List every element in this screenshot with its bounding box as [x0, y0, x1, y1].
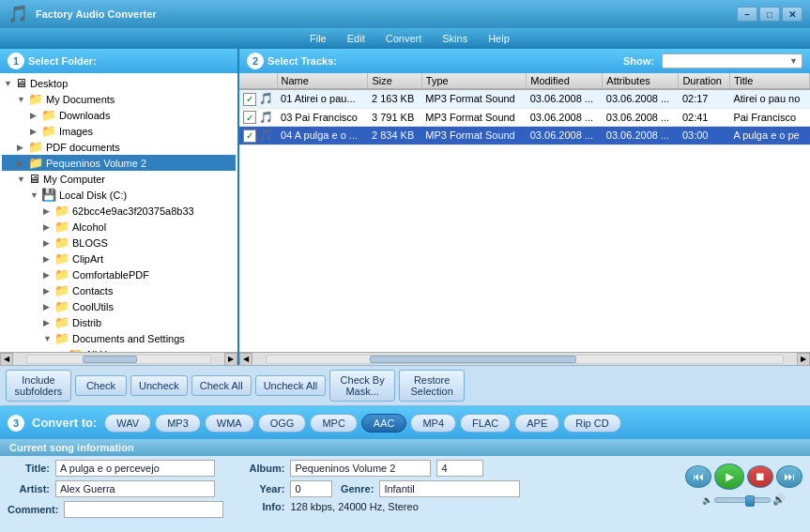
tree-expand-icon[interactable]: ▼	[4, 79, 15, 88]
format-mp3[interactable]: MP3	[155, 414, 201, 433]
track-scroll-thumb[interactable]	[370, 356, 576, 363]
close-button[interactable]: ✕	[782, 7, 802, 22]
tree-expand-icon[interactable]: ▼	[30, 190, 41, 200]
uncheck-button[interactable]: Uncheck	[130, 375, 188, 396]
menu-convert[interactable]: Convert	[376, 31, 432, 46]
tree-item[interactable]: ▶📁CoolUtils	[2, 298, 236, 314]
include-subfolders-button[interactable]: Include subfolders	[6, 370, 71, 402]
table-row[interactable]: ✓ 🎵 03 Pai Francisco 3 791 KB MP3 Format…	[239, 108, 810, 127]
artist-input[interactable]	[55, 480, 215, 497]
tree-expand-icon[interactable]: ▶	[43, 254, 54, 264]
col-modified[interactable]: Modified	[527, 73, 603, 89]
tree-expand-icon[interactable]: ▼	[17, 175, 28, 184]
format-mpc[interactable]: MPC	[310, 414, 357, 433]
format-mp4[interactable]: MP4	[410, 414, 456, 433]
tree-item[interactable]: ▶📁Alcohol	[2, 219, 236, 235]
genre-input[interactable]	[379, 480, 520, 497]
volume-thumb[interactable]	[745, 495, 755, 507]
menu-file[interactable]: File	[300, 31, 336, 46]
col-type[interactable]: Type	[421, 73, 526, 89]
tree-expand-icon[interactable]: ▶	[43, 238, 54, 248]
tree-expand-icon[interactable]: ▶	[43, 318, 54, 327]
tree-item[interactable]: ▶📁ComfortablePDF	[2, 266, 236, 282]
format-ogg[interactable]: OGG	[258, 414, 307, 433]
track-checkbox[interactable]: ✓	[243, 111, 256, 124]
tree-item[interactable]: ▶📁BLOGS	[2, 235, 236, 251]
tree-expand-icon[interactable]: ▶	[43, 270, 54, 280]
menu-skins[interactable]: Skins	[433, 31, 477, 46]
tree-expand-icon[interactable]: ▶	[43, 302, 54, 312]
tree-expand-icon[interactable]: ▶	[17, 143, 28, 152]
track-checkbox-cell[interactable]: ✓ 🎵	[239, 89, 277, 108]
track-num-input[interactable]	[436, 460, 483, 477]
format-wav[interactable]: WAV	[104, 414, 151, 433]
tree-item[interactable]: ▶📁Pequeninos Volume 2	[2, 155, 236, 171]
format-wma[interactable]: WMA	[205, 414, 254, 433]
scroll-track-h[interactable]	[26, 355, 211, 364]
track-checkbox[interactable]: ✓	[243, 129, 256, 143]
tree-item[interactable]: ▼🖥My Computer	[2, 171, 236, 187]
tree-expand-icon[interactable]: ▶	[17, 159, 28, 168]
table-row[interactable]: ✓ 🎵 01 Atirei o pau... 2 163 KB MP3 Form…	[239, 89, 810, 108]
check-button[interactable]: Check	[75, 375, 127, 396]
tree-expand-icon[interactable]: ▼	[43, 334, 54, 343]
format-flac[interactable]: FLAC	[460, 414, 511, 433]
tree-item[interactable]: ▼🖥Desktop	[2, 75, 236, 91]
track-table[interactable]: Name Size Type Modified Attributes Durat…	[239, 73, 810, 352]
check-by-mask-button[interactable]: Check By Mask...	[329, 370, 395, 402]
maximize-button[interactable]: □	[759, 7, 780, 22]
fast-forward-button[interactable]: ⏭	[776, 465, 802, 488]
folder-scrollbar-h[interactable]: ◀ ▶	[0, 352, 237, 365]
col-attributes[interactable]: Attributes	[603, 73, 679, 89]
tree-item[interactable]: ▼📁Documents and Settings	[2, 330, 236, 346]
restore-selection-button[interactable]: Restore Selection	[399, 370, 465, 402]
tree-item[interactable]: ▶📁Downloads	[2, 107, 236, 123]
menu-help[interactable]: Help	[479, 31, 519, 46]
tree-item[interactable]: ▶📁Images	[2, 123, 236, 139]
title-input[interactable]	[55, 460, 215, 477]
check-all-button[interactable]: Check All	[191, 375, 252, 396]
tree-expand-icon[interactable]: ▶	[43, 206, 54, 216]
format-ripcd[interactable]: Rip CD	[563, 414, 620, 433]
format-ape[interactable]: APE	[514, 414, 559, 433]
volume-slider[interactable]: 🔈 🔊	[702, 494, 786, 506]
track-checkbox-cell[interactable]: ✓ 🎵	[239, 127, 277, 145]
track-checkbox[interactable]: ✓	[243, 93, 256, 106]
format-aac[interactable]: AAC	[361, 414, 407, 433]
comment-input[interactable]	[64, 501, 223, 518]
stop-button[interactable]: ⏹	[747, 465, 773, 488]
rewind-button[interactable]: ⏮	[685, 465, 711, 488]
minimize-button[interactable]: –	[737, 7, 757, 22]
col-name[interactable]: Name	[277, 73, 368, 89]
col-duration[interactable]: Duration	[679, 73, 729, 89]
tree-item[interactable]: ▶📁Contacts	[2, 282, 236, 298]
track-scroll-left[interactable]: ◀	[239, 353, 252, 366]
col-size[interactable]: Size	[368, 73, 421, 89]
show-dropdown[interactable]: MP3 files (*.mp3) ▼	[662, 53, 802, 68]
menu-edit[interactable]: Edit	[338, 31, 374, 46]
track-scrollbar-h[interactable]: ◀ ▶	[239, 352, 810, 365]
tree-expand-icon[interactable]: ▶	[43, 222, 54, 232]
track-scroll-right[interactable]: ▶	[797, 353, 810, 366]
tree-item[interactable]: ▶📁62bcc4e9ac3f20375a8b33	[2, 203, 236, 219]
table-row[interactable]: ✓ 🎵 04 A pulga e o ... 2 834 KB MP3 Form…	[239, 127, 810, 145]
tree-item[interactable]: ▶📁ClipArt	[2, 251, 236, 266]
tree-item[interactable]: ▶📁PDF documents	[2, 139, 236, 155]
tree-item[interactable]: ▼💾Local Disk (C:)	[2, 187, 236, 203]
year-input[interactable]	[290, 480, 332, 497]
scroll-thumb-h[interactable]	[83, 356, 138, 363]
scroll-right[interactable]: ▶	[224, 353, 237, 366]
play-button[interactable]: ▶	[714, 464, 744, 490]
album-input[interactable]	[290, 460, 431, 477]
tree-expand-icon[interactable]: ▶	[30, 127, 41, 136]
tree-expand-icon[interactable]: ▼	[17, 95, 28, 104]
tree-expand-icon[interactable]: ▶	[30, 111, 41, 120]
track-scroll-track[interactable]	[266, 355, 784, 364]
uncheck-all-button[interactable]: Uncheck All	[255, 375, 326, 396]
folder-tree[interactable]: ▼🖥Desktop▼📁My Documents▶📁Downloads▶📁Imag…	[0, 73, 237, 352]
tree-item[interactable]: ▼📁My Documents	[2, 91, 236, 107]
tree-expand-icon[interactable]: ▶	[43, 286, 54, 296]
col-title[interactable]: Title	[729, 73, 809, 89]
tree-item[interactable]: ▶📁Distrib	[2, 314, 236, 330]
volume-track[interactable]	[714, 497, 771, 503]
